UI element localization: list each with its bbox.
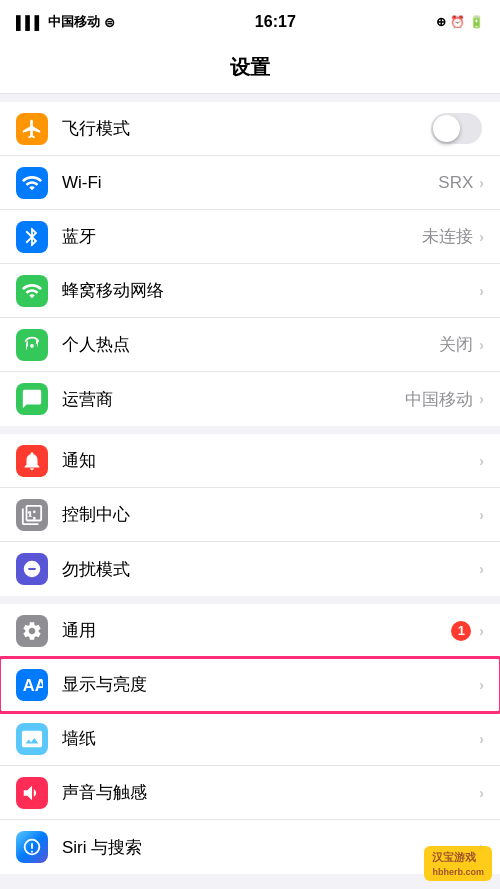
bluetooth-value: 未连接	[422, 225, 473, 248]
carrier-name: 中国移动	[48, 13, 100, 31]
airplane-label: 飞行模式	[62, 117, 431, 140]
settings-group-3: 通用 1 › AA 显示与亮度 › 墙纸 › 声音与触感 › Siri 与搜索 …	[0, 604, 500, 874]
hotspot-label: 个人热点	[62, 333, 439, 356]
general-badge: 1	[451, 621, 471, 641]
settings-row-controlcenter[interactable]: 控制中心 ›	[0, 488, 500, 542]
donotdisturb-label: 勿扰模式	[62, 558, 479, 581]
carrier-label: 运营商	[62, 388, 405, 411]
bluetooth-label: 蓝牙	[62, 225, 422, 248]
bluetooth-icon	[16, 221, 48, 253]
settings-row-carrier[interactable]: 运营商 中国移动 ›	[0, 372, 500, 426]
donotdisturb-icon	[16, 553, 48, 585]
settings-row-cellular[interactable]: 蜂窝移动网络 ›	[0, 264, 500, 318]
donotdisturb-chevron: ›	[479, 561, 484, 577]
alarm-icon: ⏰	[450, 15, 465, 29]
svg-text:AA: AA	[23, 676, 43, 694]
cellular-label: 蜂窝移动网络	[62, 279, 479, 302]
signal-icon: ▌▌▌	[16, 15, 44, 30]
display-label: 显示与亮度	[62, 673, 479, 696]
settings-row-donotdisturb[interactable]: 勿扰模式 ›	[0, 542, 500, 596]
wallpaper-icon	[16, 723, 48, 755]
wifi-label: Wi-Fi	[62, 173, 438, 193]
hotspot-chevron: ›	[479, 337, 484, 353]
airplane-toggle[interactable]	[431, 113, 482, 144]
settings-row-bluetooth[interactable]: 蓝牙 未连接 ›	[0, 210, 500, 264]
cellular-icon	[16, 275, 48, 307]
settings-group-1: 飞行模式 Wi-Fi SRX › 蓝牙 未连接 › 蜂窝移动网络 › 个人热点	[0, 102, 500, 426]
wifi-chevron: ›	[479, 175, 484, 191]
sounds-label: 声音与触感	[62, 781, 479, 804]
siri-label: Siri 与搜索	[62, 836, 479, 859]
wallpaper-label: 墙纸	[62, 727, 479, 750]
settings-row-general[interactable]: 通用 1 ›	[0, 604, 500, 658]
carrier-icon	[16, 383, 48, 415]
wifi-status-icon: ⊜	[104, 15, 115, 30]
carrier-value: 中国移动	[405, 388, 473, 411]
settings-row-wallpaper[interactable]: 墙纸 ›	[0, 712, 500, 766]
notifications-chevron: ›	[479, 453, 484, 469]
display-chevron: ›	[479, 677, 484, 693]
status-bar: ▌▌▌ 中国移动 ⊜ 16:17 ⊕ ⏰ 🔋	[0, 0, 500, 44]
wallpaper-chevron: ›	[479, 731, 484, 747]
settings-row-airplane[interactable]: 飞行模式	[0, 102, 500, 156]
wifi-value: SRX	[438, 173, 473, 193]
airplane-icon	[16, 113, 48, 145]
cellular-chevron: ›	[479, 283, 484, 299]
hotspot-value: 关闭	[439, 333, 473, 356]
sounds-icon	[16, 777, 48, 809]
battery-icon: 🔋	[469, 15, 484, 29]
watermark: 汉宝游戏 hbherb.com	[424, 846, 492, 881]
settings-row-display[interactable]: AA 显示与亮度 ›	[0, 658, 500, 712]
wifi-icon	[16, 167, 48, 199]
general-chevron: ›	[479, 623, 484, 639]
hotspot-icon	[16, 329, 48, 361]
watermark-text: 汉宝游戏	[432, 851, 476, 863]
siri-icon	[16, 831, 48, 863]
general-icon	[16, 615, 48, 647]
status-carrier: ▌▌▌ 中国移动 ⊜	[16, 13, 115, 31]
settings-row-sounds[interactable]: 声音与触感 ›	[0, 766, 500, 820]
page-title: 设置	[0, 44, 500, 94]
settings-row-hotspot[interactable]: 个人热点 关闭 ›	[0, 318, 500, 372]
location-icon: ⊕	[436, 15, 446, 29]
watermark-url: hbherb.com	[432, 867, 484, 877]
notifications-icon	[16, 445, 48, 477]
carrier-chevron: ›	[479, 391, 484, 407]
settings-row-notifications[interactable]: 通知 ›	[0, 434, 500, 488]
controlcenter-chevron: ›	[479, 507, 484, 523]
status-time: 16:17	[255, 13, 296, 31]
notifications-label: 通知	[62, 449, 479, 472]
settings-row-wifi[interactable]: Wi-Fi SRX ›	[0, 156, 500, 210]
toggle-knob	[433, 115, 460, 142]
settings-group-2: 通知 › 控制中心 › 勿扰模式 ›	[0, 434, 500, 596]
status-indicators: ⊕ ⏰ 🔋	[436, 15, 484, 29]
display-icon: AA	[16, 669, 48, 701]
controlcenter-label: 控制中心	[62, 503, 479, 526]
sounds-chevron: ›	[479, 785, 484, 801]
general-label: 通用	[62, 619, 451, 642]
bluetooth-chevron: ›	[479, 229, 484, 245]
controlcenter-icon	[16, 499, 48, 531]
